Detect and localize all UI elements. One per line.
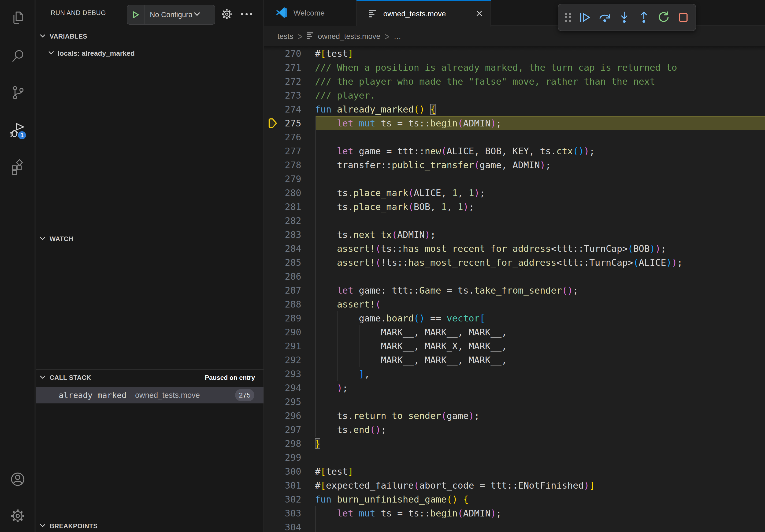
code-line-280[interactable]: 280 ts.place_mark(ALICE, 1, 1);: [264, 186, 765, 200]
source-control-icon[interactable]: [9, 84, 26, 101]
code-line-289[interactable]: 289 game.board() == vector[: [264, 311, 765, 325]
extensions-icon[interactable]: [9, 158, 26, 176]
code-line-286[interactable]: 286: [264, 269, 765, 283]
line-number[interactable]: 291: [264, 339, 301, 353]
line-number[interactable]: 295: [264, 395, 301, 409]
tab-welcome[interactable]: Welcome: [264, 0, 357, 26]
line-number[interactable]: 304: [264, 520, 301, 532]
line-number[interactable]: 280: [264, 186, 301, 200]
code-line-302[interactable]: 302fun burn_unfinished_game() {: [264, 492, 765, 506]
code-line-275[interactable]: 275 let mut ts = ts::begin(ADMIN);: [264, 116, 765, 130]
code-line-276[interactable]: 276: [264, 130, 765, 144]
stop-button[interactable]: [675, 8, 691, 27]
line-number[interactable]: 286: [264, 269, 301, 283]
breadcrumb-file[interactable]: owned_tests.move: [318, 32, 381, 41]
step-into-button[interactable]: [616, 8, 632, 27]
code-line-294[interactable]: 294 );: [264, 381, 765, 395]
call-stack-frame-row[interactable]: already_marked owned_tests.move 275: [36, 387, 264, 403]
line-number[interactable]: 297: [264, 423, 301, 437]
tab-owned-tests-move[interactable]: owned_tests.move: [357, 0, 491, 27]
line-number[interactable]: 282: [264, 214, 301, 228]
code-line-295[interactable]: 295: [264, 395, 765, 409]
code-line-279[interactable]: 279: [264, 172, 765, 186]
line-number[interactable]: 301: [264, 478, 301, 492]
line-number[interactable]: 300: [264, 464, 301, 478]
watch-section-header[interactable]: WATCH: [36, 232, 264, 246]
line-number[interactable]: 288: [264, 297, 301, 311]
line-number[interactable]: 271: [264, 61, 301, 75]
explorer-icon[interactable]: [9, 9, 26, 27]
line-number[interactable]: 298: [264, 437, 301, 450]
line-number[interactable]: 287: [264, 283, 301, 297]
run-play-icon[interactable]: [127, 5, 145, 24]
breadcrumb-symbol-ellipsis[interactable]: …: [394, 32, 401, 41]
line-number[interactable]: 294: [264, 381, 301, 395]
line-number[interactable]: 292: [264, 353, 301, 367]
line-number[interactable]: 299: [264, 450, 301, 464]
code-line-283[interactable]: 283 ts.next_tx(ADMIN);: [264, 228, 765, 242]
code-line-287[interactable]: 287 let game: ttt::Game = ts.take_from_s…: [264, 283, 765, 297]
code-line-270[interactable]: 270#[test]: [264, 47, 765, 61]
line-number[interactable]: 277: [264, 144, 301, 158]
code-line-304[interactable]: 304: [264, 520, 765, 532]
line-number[interactable]: 284: [264, 242, 301, 256]
line-number[interactable]: 276: [264, 130, 301, 144]
line-number[interactable]: 279: [264, 172, 301, 186]
code-line-293[interactable]: 293 ],: [264, 367, 765, 381]
account-icon[interactable]: [9, 471, 26, 488]
restart-button[interactable]: [656, 8, 672, 27]
line-number[interactable]: 273: [264, 89, 301, 102]
start-debugging-split-button[interactable]: No Configura: [127, 5, 215, 25]
code-editor[interactable]: 270#[test]271/// When a position is alre…: [264, 46, 765, 532]
code-line-303[interactable]: 303 let mut ts = ts::begin(ADMIN);: [264, 506, 765, 520]
line-number[interactable]: 281: [264, 200, 301, 214]
step-out-button[interactable]: [636, 8, 652, 27]
code-line-292[interactable]: 292 MARK__, MARK__, MARK__,: [264, 353, 765, 367]
code-line-278[interactable]: 278 transfer::public_transfer(game, ADMI…: [264, 158, 765, 172]
code-line-299[interactable]: 299: [264, 450, 765, 464]
line-number[interactable]: 302: [264, 492, 301, 506]
code-line-301[interactable]: 301#[expected_failure(abort_code = ttt::…: [264, 478, 765, 492]
line-number[interactable]: 285: [264, 256, 301, 269]
settings-gear-icon[interactable]: [9, 507, 26, 524]
code-line-271[interactable]: 271/// When a position is already marked…: [264, 61, 765, 75]
code-line-285[interactable]: 285 assert!(!ts::has_most_recent_for_add…: [264, 256, 765, 269]
code-line-284[interactable]: 284 assert!(ts::has_most_recent_for_addr…: [264, 242, 765, 256]
code-line-277[interactable]: 277 let game = ttt::new(ALICE, BOB, KEY,…: [264, 144, 765, 158]
line-number[interactable]: 296: [264, 409, 301, 423]
code-line-291[interactable]: 291 MARK__, MARK_X, MARK__,: [264, 339, 765, 353]
line-number[interactable]: 293: [264, 367, 301, 381]
line-number[interactable]: 274: [264, 102, 301, 116]
code-line-290[interactable]: 290 MARK__, MARK__, MARK__,: [264, 325, 765, 339]
line-number[interactable]: 270: [264, 47, 301, 61]
line-number[interactable]: 290: [264, 325, 301, 339]
code-line-300[interactable]: 300#[test]: [264, 464, 765, 478]
breakpoints-section-header[interactable]: BREAKPOINTS: [36, 519, 264, 532]
ellipsis-icon[interactable]: [240, 8, 253, 21]
close-icon[interactable]: [475, 10, 483, 18]
code-line-273[interactable]: 273/// player.: [264, 89, 765, 102]
line-number[interactable]: 283: [264, 228, 301, 242]
line-number[interactable]: 303: [264, 506, 301, 520]
line-number[interactable]: 289: [264, 311, 301, 325]
code-line-296[interactable]: 296 ts.return_to_sender(game);: [264, 409, 765, 423]
code-line-297[interactable]: 297 ts.end();: [264, 423, 765, 437]
drag-handle-icon[interactable]: [563, 8, 573, 27]
chevron-down-icon[interactable]: [193, 12, 201, 18]
breadcrumb-folder[interactable]: tests: [278, 32, 293, 41]
code-line-288[interactable]: 288 assert!(: [264, 297, 765, 311]
code-line-298[interactable]: 298}: [264, 437, 765, 450]
code-line-281[interactable]: 281 ts.place_mark(BOB, 1, 1);: [264, 200, 765, 214]
variables-section-header[interactable]: VARIABLES: [36, 30, 264, 43]
line-number[interactable]: 272: [264, 75, 301, 89]
gear-icon[interactable]: [220, 8, 234, 21]
variables-scope-locals[interactable]: locals: already_marked: [36, 46, 264, 61]
code-line-274[interactable]: 274fun already_marked() {: [264, 102, 765, 116]
search-icon[interactable]: [9, 47, 26, 65]
code-line-272[interactable]: 272/// the player who made the "false" m…: [264, 75, 765, 89]
code-line-282[interactable]: 282: [264, 214, 765, 228]
debug-configuration-select[interactable]: No Configura: [150, 11, 193, 19]
step-over-button[interactable]: [597, 8, 613, 27]
line-number[interactable]: 278: [264, 158, 301, 172]
code-lines[interactable]: 270#[test]271/// When a position is alre…: [264, 47, 765, 532]
